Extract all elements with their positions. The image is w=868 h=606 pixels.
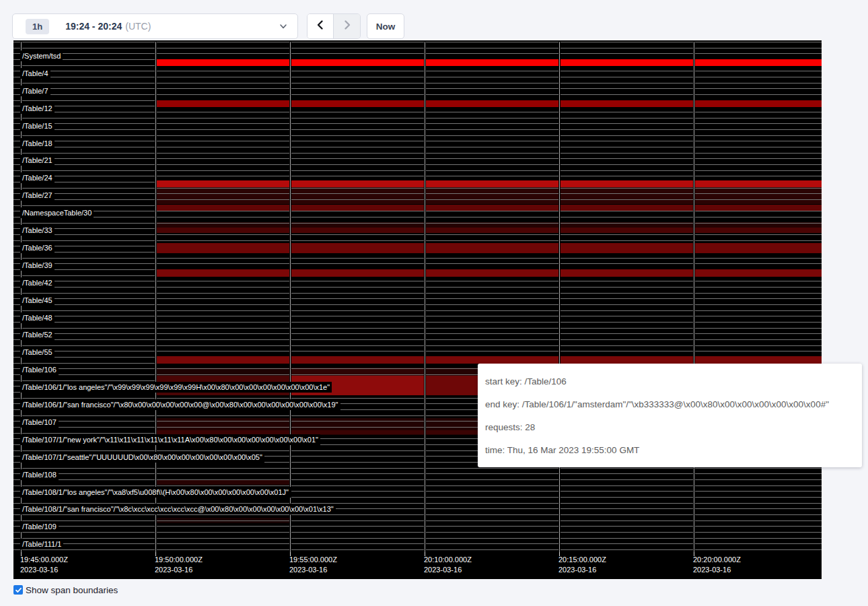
row-label: /Table/39	[21, 260, 55, 271]
span-boundary-line	[13, 538, 822, 539]
span-boundary-line	[13, 170, 822, 171]
span-boundary-line	[13, 240, 822, 241]
row-label: /Table/107/1/"seattle"/"UUUUUUD\x00\x80\…	[21, 452, 264, 463]
row-label: /Table/107/1/"new york"/"\x11\x11\x11\x1…	[21, 434, 320, 445]
span-boundary-line	[13, 287, 822, 288]
row-label: /Table/12	[21, 103, 55, 114]
span-boundary-line	[13, 333, 822, 334]
tooltip-line: start key: /Table/106	[485, 370, 855, 393]
span-boundary-line	[13, 223, 822, 224]
now-button-label: Now	[376, 22, 396, 32]
row-label: /Table/55	[21, 347, 55, 358]
row-label: /Table/36	[21, 242, 55, 253]
x-axis-label: 20:10:00.000Z2023-03-16	[424, 555, 472, 575]
span-boundary-line	[13, 188, 822, 189]
row-label: /Table/106/1/"los angeles"/"\x99\x99\x99…	[21, 382, 332, 393]
row-label: /Table/18	[21, 138, 55, 149]
time-gridline	[290, 42, 291, 552]
x-axis-label: 19:45:00.000Z2023-03-16	[20, 555, 68, 575]
span-boundary-line	[13, 234, 822, 235]
span-boundary-line	[13, 351, 822, 351]
heat-band	[155, 269, 822, 277]
row-label: /Table/48	[21, 312, 55, 323]
row-label: /Table/109	[21, 521, 59, 532]
time-range-selector[interactable]: 1h 19:24 - 20:24 (UTC)	[12, 13, 298, 39]
span-boundary-line	[13, 158, 822, 159]
span-boundary-line	[13, 304, 822, 305]
checkmark-icon	[15, 586, 22, 594]
span-boundary-line	[13, 310, 822, 311]
span-boundary-line	[13, 53, 822, 54]
next-range-button-disabled[interactable]	[334, 14, 360, 38]
tooltip-line: end key: /Table/106/1/"amsterdam"/"\xb33…	[485, 393, 855, 416]
row-label: /Table/107	[21, 417, 59, 428]
row-label: /Table/108/1/"san francisco"/"\x8c\xcc\x…	[21, 504, 336, 514]
span-boundary-line	[13, 147, 822, 147]
toolbar: 1h 19:24 - 20:24 (UTC) Now	[0, 0, 868, 40]
range-timezone: (UTC)	[125, 21, 151, 32]
heat-band	[155, 205, 822, 211]
chevron-down-icon	[279, 22, 288, 31]
span-boundary-line	[13, 88, 822, 89]
span-boundary-line	[13, 176, 822, 176]
row-label: /Table/106	[21, 364, 59, 375]
span-boundary-line	[13, 520, 822, 521]
row-label: /Table/24	[21, 172, 55, 183]
row-label: /System/tsd	[21, 50, 63, 61]
row-label: /Table/106/1/"san francisco"/"\x80\x00\x…	[21, 399, 340, 410]
row-label: /Table/15	[21, 121, 55, 131]
span-boundary-line	[13, 526, 822, 527]
span-boundary-line	[13, 298, 822, 299]
span-boundary-line	[13, 532, 822, 533]
time-nav-group	[307, 13, 361, 39]
row-label: /Table/33	[21, 225, 55, 236]
span-boundary-line	[13, 199, 822, 200]
span-boundary-line	[13, 345, 822, 346]
span-boundary-line	[13, 258, 822, 259]
heat-band	[155, 100, 822, 108]
row-label: /Table/42	[21, 277, 55, 288]
span-boundary-line	[13, 263, 822, 264]
chevron-right-icon	[342, 20, 353, 33]
key-visualizer-canvas[interactable]: /System/tsd/Table/4/Table/7/Table/12/Tab…	[13, 40, 822, 579]
x-axis-label: 20:15:00.000Z2023-03-16	[558, 555, 606, 575]
show-span-boundaries-checkbox[interactable]	[13, 585, 23, 595]
span-boundary-line	[13, 217, 822, 217]
span-boundary-line	[13, 164, 822, 165]
heat-band	[155, 228, 822, 233]
span-boundary-line	[13, 328, 822, 329]
chevron-left-icon	[315, 20, 326, 33]
span-boundary-line	[13, 94, 822, 95]
span-boundary-line	[13, 83, 822, 83]
span-boundary-line	[13, 322, 822, 323]
span-boundary-line	[13, 211, 822, 211]
row-label: /Table/52	[21, 329, 55, 340]
heat-band	[155, 59, 822, 67]
range-duration-badge: 1h	[26, 19, 49, 34]
span-boundary-line	[13, 153, 822, 154]
heat-band	[155, 180, 822, 187]
time-gridline	[155, 42, 156, 552]
heat-band	[155, 356, 822, 364]
previous-range-button[interactable]	[308, 14, 334, 38]
x-axis-label: 20:20:00.000Z2023-03-16	[693, 555, 741, 575]
span-boundary-line	[13, 543, 822, 544]
tooltip-line: requests: 28	[485, 416, 855, 439]
row-label: /Table/27	[21, 190, 55, 201]
now-button[interactable]: Now	[367, 13, 404, 39]
row-label: /Table/111/1	[21, 539, 63, 549]
span-boundary-line	[13, 42, 822, 42]
row-label: /Table/7	[21, 86, 50, 96]
span-boundary-line	[13, 129, 822, 130]
span-boundary-line	[13, 193, 822, 194]
heat-band	[155, 187, 822, 205]
time-gridline	[694, 42, 694, 552]
span-boundary-line	[13, 293, 822, 294]
span-boundary-line	[13, 468, 822, 469]
span-boundary-line	[13, 123, 822, 124]
span-boundary-line	[13, 473, 822, 474]
span-boundary-line	[13, 77, 822, 77]
span-boundary-line	[13, 118, 822, 119]
row-label: /NamespaceTable/30	[21, 207, 94, 218]
span-boundary-line	[13, 112, 822, 112]
